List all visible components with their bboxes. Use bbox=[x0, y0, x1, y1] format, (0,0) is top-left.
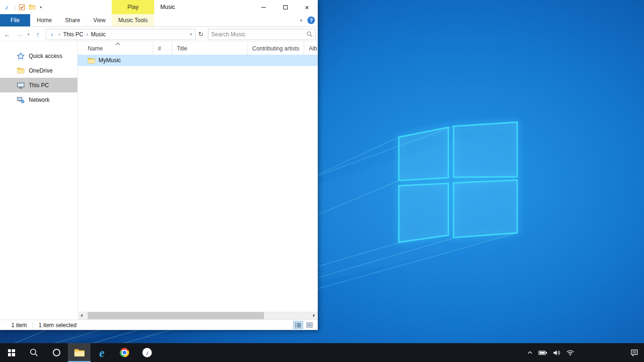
windows-logo-icon bbox=[8, 349, 15, 356]
star-icon bbox=[17, 52, 25, 60]
taskbar-search-button[interactable] bbox=[23, 343, 45, 362]
search-input[interactable] bbox=[211, 31, 306, 38]
chrome-icon bbox=[120, 348, 129, 357]
sidebar-item-quick-access[interactable]: Quick access bbox=[0, 49, 77, 63]
folder-icon bbox=[17, 67, 25, 74]
breadcrumb-music[interactable]: Music bbox=[89, 31, 107, 38]
up-icon[interactable]: ↑ bbox=[32, 28, 44, 41]
details-view-button[interactable] bbox=[293, 321, 303, 329]
back-icon[interactable]: ← bbox=[1, 28, 13, 41]
tab-music-tools[interactable]: Music Tools bbox=[112, 14, 154, 26]
address-dropdown-icon[interactable]: ∨ bbox=[187, 32, 195, 36]
show-hidden-icons-chevron[interactable] bbox=[527, 351, 533, 354]
breadcrumb-separator: › bbox=[85, 31, 89, 38]
taskbar-chrome-button[interactable] bbox=[113, 343, 136, 362]
file-name: MyMusic bbox=[99, 57, 121, 64]
sidebar-item-label: Quick access bbox=[29, 53, 62, 59]
window-title: Music bbox=[160, 0, 175, 14]
address-bar: ← → ∨ ↑ ♪ › This PC › Music ∨ ↻ bbox=[0, 27, 318, 41]
taskbar: e ♪ bbox=[0, 343, 644, 362]
column-label: # bbox=[158, 45, 161, 52]
minimize-icon bbox=[261, 7, 266, 8]
qat-dropdown-icon[interactable]: ▾ bbox=[37, 5, 44, 9]
column-label: Contributing artists bbox=[252, 45, 299, 52]
title-bar[interactable]: ♪ | ▾ Play Music × bbox=[0, 0, 318, 14]
sidebar-item-this-pc[interactable]: This PC bbox=[0, 78, 77, 92]
breadcrumb[interactable]: ♪ › This PC › Music ∨ bbox=[46, 29, 196, 40]
taskbar-internet-explorer-button[interactable]: e bbox=[91, 343, 113, 362]
sidebar-item-network[interactable]: Network bbox=[0, 92, 77, 107]
scroll-left-icon[interactable] bbox=[78, 312, 85, 320]
sidebar-item-label: This PC bbox=[29, 82, 49, 89]
navigation-pane: Quick access OneDrive This PC bbox=[0, 42, 78, 312]
battery-icon[interactable] bbox=[538, 350, 547, 355]
cortana-button[interactable] bbox=[45, 343, 68, 362]
pc-icon bbox=[17, 82, 25, 89]
maximize-button[interactable] bbox=[274, 0, 296, 14]
collapse-ribbon-icon[interactable]: ∨ bbox=[299, 18, 303, 23]
new-folder-icon[interactable] bbox=[27, 2, 37, 12]
search-box[interactable] bbox=[208, 29, 316, 40]
minimize-button[interactable] bbox=[253, 0, 274, 14]
column-label: Alb bbox=[309, 45, 317, 52]
ribbon-tab-row: File Home Share View Music Tools ∨ ? bbox=[0, 14, 318, 27]
search-icon[interactable] bbox=[306, 31, 313, 37]
window-controls: × bbox=[253, 0, 318, 14]
network-wifi-icon[interactable] bbox=[566, 350, 574, 356]
column-header-contributing-artists[interactable]: Contributing artists bbox=[248, 42, 304, 55]
music-note-app-icon: ♪ bbox=[0, 3, 13, 11]
tab-file[interactable]: File bbox=[0, 14, 30, 26]
breadcrumb-this-pc[interactable]: This PC bbox=[61, 31, 85, 38]
refresh-icon[interactable]: ↻ bbox=[196, 31, 206, 38]
scrollbar-track[interactable] bbox=[85, 312, 310, 320]
status-bar: 1 item 1 item selected bbox=[0, 320, 318, 330]
system-tray bbox=[527, 343, 574, 362]
sidebar-item-label: Network bbox=[29, 97, 50, 103]
taskbar-file-explorer-button[interactable] bbox=[68, 343, 91, 362]
horizontal-scrollbar[interactable] bbox=[78, 312, 318, 320]
taskbar-itunes-button[interactable]: ♪ bbox=[136, 343, 158, 362]
location-music-icon: ♪ bbox=[46, 31, 58, 38]
help-icon[interactable]: ? bbox=[307, 16, 315, 24]
close-icon: × bbox=[305, 3, 309, 11]
action-center-icon bbox=[630, 349, 638, 356]
tab-view[interactable]: View bbox=[87, 14, 112, 26]
close-button[interactable]: × bbox=[296, 0, 318, 14]
search-icon bbox=[30, 348, 38, 357]
tab-home[interactable]: Home bbox=[30, 14, 58, 26]
column-header-title[interactable]: Title bbox=[172, 42, 248, 55]
volume-icon[interactable] bbox=[553, 350, 561, 356]
sidebar-item-onedrive[interactable]: OneDrive bbox=[0, 63, 77, 78]
sort-ascending-icon bbox=[116, 42, 120, 45]
ribbon-right-controls: ∨ ? bbox=[299, 14, 315, 26]
forward-icon[interactable]: → bbox=[13, 28, 25, 41]
item-count: 1 item bbox=[11, 322, 27, 329]
status-separator bbox=[33, 322, 33, 328]
qat-separator: | bbox=[14, 4, 16, 11]
internet-explorer-icon: e bbox=[99, 347, 104, 359]
network-icon bbox=[17, 96, 25, 104]
column-label: Name bbox=[88, 45, 103, 52]
column-header-album[interactable]: Alb bbox=[304, 42, 318, 55]
music-tools-play-chip[interactable]: Play bbox=[112, 0, 154, 14]
scroll-right-icon[interactable] bbox=[310, 312, 318, 320]
action-center-button[interactable] bbox=[630, 343, 638, 362]
view-toggles bbox=[293, 321, 314, 329]
column-header-number[interactable]: # bbox=[153, 42, 172, 55]
large-icons-view-button[interactable] bbox=[305, 321, 314, 329]
start-button[interactable] bbox=[0, 343, 23, 362]
recent-locations-icon[interactable]: ∨ bbox=[25, 28, 32, 41]
itunes-icon: ♪ bbox=[142, 348, 152, 357]
breadcrumb-separator: › bbox=[58, 31, 61, 38]
sidebar-item-label: OneDrive bbox=[29, 67, 53, 74]
column-label: Title bbox=[177, 45, 187, 52]
properties-icon[interactable] bbox=[17, 2, 27, 12]
cortana-icon bbox=[53, 349, 60, 356]
file-explorer-window: ♪ | ▾ Play Music × File Home Share View … bbox=[0, 0, 318, 330]
column-headers: Name # Title Contributing artists Alb bbox=[78, 42, 318, 55]
scrollbar-thumb[interactable] bbox=[88, 312, 264, 319]
file-row-mymusic[interactable]: MyMusic bbox=[78, 55, 318, 66]
folder-icon bbox=[88, 58, 95, 64]
window-body: Quick access OneDrive This PC bbox=[0, 42, 318, 312]
tab-share[interactable]: Share bbox=[58, 14, 87, 26]
